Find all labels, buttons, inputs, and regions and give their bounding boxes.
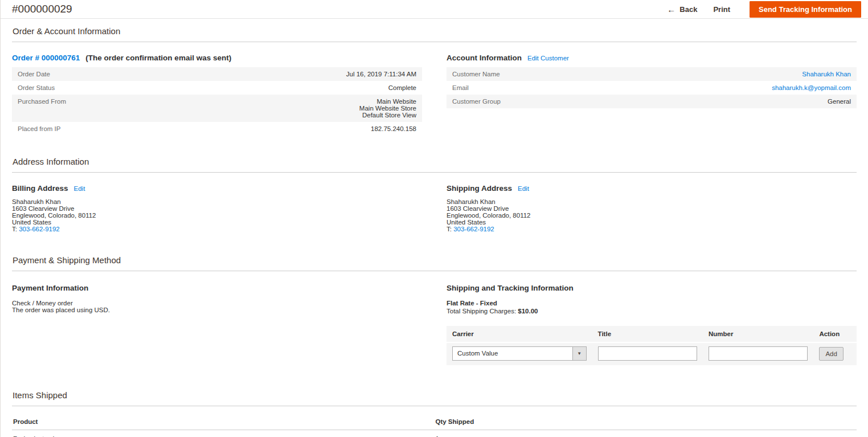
- billing-address-country: United States: [12, 219, 422, 226]
- action-cell: Add: [813, 342, 857, 365]
- number-column-header: Number: [703, 326, 813, 342]
- account-information-panel: Account Information Edit Customer Custom…: [447, 54, 857, 136]
- purchased-from-line1: Main Website: [182, 98, 416, 105]
- items-table-header-row: Product Qty Shipped: [12, 414, 857, 430]
- order-account-section-title: Order & Account Information: [12, 26, 857, 42]
- table-row: Order Status Complete: [12, 81, 422, 95]
- send-tracking-information-button[interactable]: Send Tracking Information: [750, 1, 861, 18]
- address-columns: Billing Address Edit Shaharukh Khan 1603…: [12, 184, 857, 232]
- carrier-cell: Custom Value ▼: [447, 342, 592, 365]
- shipping-address-edit-link[interactable]: Edit: [518, 185, 529, 192]
- customer-email-link[interactable]: shaharukh.k@yopmail.com: [772, 84, 851, 91]
- billing-address-name: Shaharukh Khan: [12, 198, 422, 205]
- account-information-title: Account Information: [447, 54, 522, 62]
- purchased-from-line3: Default Store View: [182, 112, 416, 119]
- order-heading-row: Order # 000000761 (The order confirmatio…: [12, 54, 422, 62]
- qty-cell: 1: [435, 430, 857, 437]
- table-row: Purchased From Main Website Main Website…: [12, 95, 422, 122]
- customer-group-label: Customer Group: [447, 95, 611, 108]
- page-content: Order & Account Information Order # 0000…: [1, 26, 868, 437]
- shipping-tracking-panel: Shipping and Tracking Information Flat R…: [447, 283, 857, 365]
- shipping-phone-link[interactable]: 303-662-9192: [453, 226, 494, 232]
- payment-information-title: Payment Information: [12, 284, 88, 292]
- number-cell: [703, 342, 813, 365]
- billing-address-edit-link[interactable]: Edit: [74, 185, 85, 192]
- customer-name-link[interactable]: Shaharukh Khan: [802, 71, 851, 77]
- purchased-from-label: Purchased From: [12, 95, 176, 122]
- table-row: Customer Name Shaharukh Khan: [447, 67, 857, 81]
- purchased-from-line2: Main Website Store: [182, 105, 416, 112]
- customer-group-value: General: [611, 95, 857, 108]
- table-row: Customer Group General: [447, 95, 857, 108]
- order-confirmation-note: (The order confirmation email was sent): [85, 54, 231, 62]
- payment-method: Check / Money order: [12, 300, 422, 307]
- tracking-table-header-row: Carrier Title Number Action: [447, 326, 857, 342]
- print-button[interactable]: Print: [713, 5, 730, 14]
- order-date-label: Order Date: [12, 67, 176, 81]
- customer-name-value: Shaharukh Khan: [611, 67, 857, 81]
- page-header: #000000029 ← Back Print Send Tracking In…: [1, 0, 868, 19]
- account-heading-row: Account Information Edit Customer: [447, 54, 857, 62]
- carrier-column-header: Carrier: [447, 326, 592, 342]
- customer-email-label: Email: [447, 81, 611, 95]
- order-info-table: Order Date Jul 16, 2019 7:11:34 AM Order…: [12, 67, 422, 136]
- billing-address-phone-line: T: 303-662-9192: [12, 226, 422, 232]
- edit-customer-link[interactable]: Edit Customer: [527, 55, 569, 62]
- back-arrow-icon: ←: [667, 5, 675, 14]
- items-shipped-table: Product Qty Shipped Red velvet cake SKU:…: [12, 414, 857, 437]
- add-tracking-button[interactable]: Add: [819, 347, 843, 361]
- charges-value: $10.00: [518, 308, 538, 315]
- tracking-input-row: Custom Value ▼ Add: [447, 342, 857, 365]
- shipping-address-heading-row: Shipping Address Edit: [447, 184, 857, 193]
- shipping-rate-name: Flat Rate - Fixed: [447, 300, 857, 307]
- product-cell: Red velvet cake SKU: MAG018: [12, 430, 435, 437]
- header-actions: ← Back Print Send Tracking Information: [667, 1, 861, 18]
- carrier-selected-value: Custom Value: [453, 347, 502, 360]
- customer-email-value: shaharukh.k@yopmail.com: [611, 81, 857, 95]
- shipping-address-name: Shaharukh Khan: [447, 198, 857, 205]
- payment-details: Check / Money order The order was placed…: [12, 300, 422, 313]
- back-button[interactable]: ← Back: [667, 5, 697, 14]
- title-column-header: Title: [592, 326, 703, 342]
- table-row: Red velvet cake SKU: MAG018 1: [12, 430, 857, 437]
- tracking-table: Carrier Title Number Action Custom Value…: [447, 326, 857, 365]
- billing-phone-link[interactable]: 303-662-9192: [19, 226, 60, 232]
- billing-address-lines: Shaharukh Khan 1603 Clearview Drive Engl…: [12, 198, 422, 232]
- charges-label: Total Shipping Charges:: [447, 308, 518, 315]
- qty-shipped-column-header: Qty Shipped: [435, 414, 857, 430]
- tracking-number-input[interactable]: [709, 346, 808, 361]
- shipping-address-city: Englewood, Colorado, 80112: [447, 212, 857, 219]
- order-number-link[interactable]: Order # 000000761: [12, 54, 80, 62]
- payment-information-panel: Payment Information Check / Money order …: [12, 283, 422, 365]
- shipping-phone-prefix: T:: [447, 226, 453, 232]
- order-date-value: Jul 16, 2019 7:11:34 AM: [176, 67, 422, 81]
- back-button-label: Back: [679, 5, 697, 14]
- purchased-from-value: Main Website Main Website Store Default …: [176, 95, 422, 122]
- shipping-address-country: United States: [447, 219, 857, 226]
- table-row: Email shaharukh.k@yopmail.com: [447, 81, 857, 95]
- payment-currency-note: The order was placed using USD.: [12, 307, 422, 313]
- payment-shipping-columns: Payment Information Check / Money order …: [12, 283, 857, 365]
- items-shipped-section-title: Items Shipped: [12, 390, 857, 406]
- billing-address-street: 1603 Clearview Drive: [12, 205, 422, 212]
- order-status-label: Order Status: [12, 81, 176, 95]
- carrier-select[interactable]: Custom Value ▼: [452, 346, 587, 361]
- product-column-header: Product: [12, 414, 435, 430]
- order-account-columns: Order # 000000761 (The order confirmatio…: [12, 54, 857, 136]
- placed-from-ip-label: Placed from IP: [12, 122, 176, 136]
- shipping-address-phone-line: T: 303-662-9192: [447, 226, 857, 232]
- billing-address-city: Englewood, Colorado, 80112: [12, 212, 422, 219]
- address-section-title: Address Information: [12, 157, 857, 173]
- billing-phone-prefix: T:: [12, 226, 19, 232]
- shipping-address-lines: Shaharukh Khan 1603 Clearview Drive Engl…: [447, 198, 857, 232]
- total-shipping-charges-line: Total Shipping Charges: $10.00: [447, 308, 857, 315]
- payment-shipping-section-title: Payment & Shipping Method: [12, 255, 857, 271]
- print-button-label: Print: [713, 5, 730, 14]
- table-row: Placed from IP 182.75.240.158: [12, 122, 422, 136]
- tracking-title-input[interactable]: [598, 346, 697, 361]
- table-row: Order Date Jul 16, 2019 7:11:34 AM: [12, 67, 422, 81]
- customer-name-label: Customer Name: [447, 67, 611, 81]
- billing-address-panel: Billing Address Edit Shaharukh Khan 1603…: [12, 184, 422, 232]
- account-info-table: Customer Name Shaharukh Khan Email shaha…: [447, 67, 857, 108]
- shipping-address-street: 1603 Clearview Drive: [447, 205, 857, 212]
